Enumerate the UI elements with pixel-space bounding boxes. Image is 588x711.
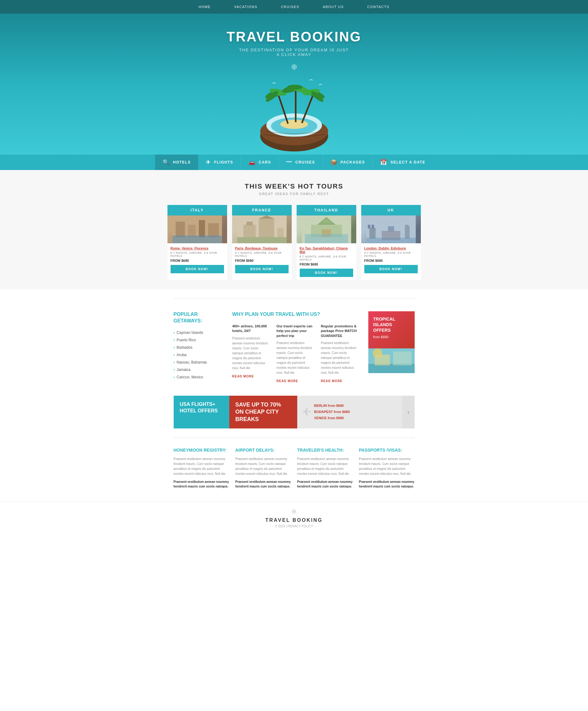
promo-usa[interactable]: USA FLIGHTS+ HOTEL OFFERS bbox=[174, 396, 229, 428]
hero-section: TRAVEL BOOKING THE DESTINATION OF YOUR D… bbox=[0, 14, 588, 155]
why-heading-2: Our travel experts can help you plan you… bbox=[276, 324, 315, 338]
hot-tours-title: THIS WEEK'S HOT TOURS bbox=[6, 182, 582, 190]
why-heading-3: Regular promotions & package Price MATCH… bbox=[321, 324, 359, 338]
flight-city-berlin: BERLIN from $680 bbox=[314, 404, 344, 407]
hotels-tab[interactable]: 🔍 HOTELS bbox=[155, 155, 198, 170]
cruises-tab[interactable]: 〰 CRUISES bbox=[279, 155, 322, 170]
info-title-airport: AIRPORT DELAYS: bbox=[235, 447, 291, 453]
svg-point-4 bbox=[280, 120, 308, 129]
tropical-section: TROPICAL ISLANDS OFFERS from $680 bbox=[368, 311, 415, 383]
why-plan-title: WHY PLAN YOUR TRAVEL WITH US? bbox=[232, 311, 359, 318]
info-bold-honeymoon: Praesent vestibulum aenean noummy hendre… bbox=[174, 479, 229, 489]
booking-bar: 🔍 HOTELS ✈ FLIGHTS 🚗 CARS 〰 CRUISES 📦 PA… bbox=[0, 155, 588, 170]
tropical-banner[interactable]: TROPICAL ISLANDS OFFERS from $680 bbox=[368, 311, 415, 348]
tour-price-uk: FROM $680 bbox=[364, 259, 418, 262]
why-heading-1: 400+ airlines, 100,000 hotels, 24/7 bbox=[232, 324, 270, 333]
tour-city-italy: Rome, Venice, Florence bbox=[171, 246, 224, 250]
list-item-barbados[interactable]: Barbados bbox=[174, 344, 223, 351]
flight-cities: BERLIN from $680 BUDAPEST from $680 VENI… bbox=[314, 403, 350, 421]
promo-save[interactable]: SAVE UP TO 70% ON CHEAP CITY BREAKS bbox=[229, 396, 297, 428]
flight-city-budapest: BUDAPEST from $680 bbox=[314, 410, 350, 414]
svg-rect-20 bbox=[199, 220, 205, 237]
info-airport: AIRPORT DELAYS: Praesent vestibulum aene… bbox=[235, 447, 291, 489]
footer-sub: © 2014 | PRIVACY POLICY bbox=[6, 524, 582, 528]
tour-image-thailand bbox=[297, 215, 356, 243]
plane-icon: ✈ bbox=[206, 159, 211, 166]
bottom-info-section: HONEYMOON REGISTRY: Praesent vestibulum … bbox=[167, 447, 421, 489]
tour-country-france: FRANCE bbox=[232, 205, 292, 215]
read-more-1[interactable]: READ MORE bbox=[232, 375, 254, 378]
list-item-nassau[interactable]: Nassau, Bahamas bbox=[174, 359, 223, 366]
svg-rect-39 bbox=[371, 225, 374, 229]
why-cols: 400+ airlines, 100,000 hotels, 24/7 Prae… bbox=[232, 324, 359, 383]
tropical-price: from $680 bbox=[373, 335, 410, 339]
list-item-aruba[interactable]: Aruba bbox=[174, 351, 223, 359]
footer-logo: TRAVEL BOOKING bbox=[6, 517, 582, 523]
search-icon: 🔍 bbox=[162, 159, 170, 166]
info-honeymoon: HONEYMOON REGISTRY: Praesent vestibulum … bbox=[174, 447, 229, 489]
date-tab[interactable]: 📅 SELECT A DATE bbox=[372, 155, 433, 170]
read-more-3[interactable]: READ MORE bbox=[321, 379, 342, 383]
date-label: SELECT A DATE bbox=[390, 160, 426, 165]
info-bold-passports: Praesent vestibulum aenean noummy hendre… bbox=[359, 479, 415, 489]
cars-tab[interactable]: 🚗 CARS bbox=[241, 155, 279, 170]
book-button-thailand[interactable]: BOOK NOW! bbox=[300, 268, 353, 277]
tropical-image bbox=[368, 348, 415, 373]
tour-nights-italy: 6-7 NIGHTS, AIRFARE, 3-5 STAR HOTELS bbox=[171, 251, 224, 258]
list-item-cancun[interactable]: Cancun, Mexico bbox=[174, 373, 223, 381]
promo-usa-title: USA FLIGHTS+ HOTEL OFFERS bbox=[180, 401, 223, 414]
tour-image-france bbox=[232, 215, 292, 243]
popular-title: POPULAR GETAWAYS: bbox=[174, 311, 223, 324]
tour-image-uk bbox=[361, 215, 421, 243]
promo-section: USA FLIGHTS+ HOTEL OFFERS SAVE UP TO 70%… bbox=[167, 396, 421, 428]
info-title-health: TRAVELER'S HEALTH: bbox=[297, 447, 353, 453]
info-title-passports: PASSPORTS /VISAS: bbox=[359, 447, 415, 453]
hot-tours-subtitle: GREAT IDEAS FOR FAMILY REST bbox=[6, 192, 582, 196]
nav-contacts[interactable]: CONTACTS bbox=[356, 0, 401, 14]
why-body-2: Praesent vestibulum aenean noummy tincid… bbox=[276, 341, 315, 375]
section-divider-1 bbox=[174, 299, 415, 299]
svg-rect-43 bbox=[408, 223, 409, 226]
cruises-label: CRUISES bbox=[295, 160, 315, 165]
svg-rect-21 bbox=[208, 223, 219, 237]
flights-tab[interactable]: ✈ FLIGHTS bbox=[198, 155, 241, 170]
book-button-italy[interactable]: BOOK NOW! bbox=[171, 265, 224, 273]
nav-cruises[interactable]: CRUISES bbox=[269, 0, 311, 14]
read-more-2[interactable]: READ MORE bbox=[276, 379, 298, 383]
why-body-1: Praesent vestibulum aenean noummy tincid… bbox=[232, 336, 270, 371]
tour-card-uk: UK London, Dublin, Edinburg 6-7 NIGHTS, … bbox=[361, 205, 421, 280]
tour-image-italy bbox=[167, 215, 227, 243]
svg-rect-41 bbox=[388, 226, 394, 232]
tour-nights-france: 6-7 NIGHTS, AIRFARE, 3-6 STAR HOTELS bbox=[235, 251, 289, 258]
hero-subtitle: THE DESTINATION OF YOUR DREAM IS JUST A … bbox=[6, 48, 582, 57]
tour-info-italy: Rome, Venice, Florence 6-7 NIGHTS, AIRFA… bbox=[167, 243, 227, 276]
nav-home[interactable]: HOME bbox=[187, 0, 223, 14]
book-button-france[interactable]: BOOK NOW! bbox=[235, 265, 289, 273]
list-item-jamaica[interactable]: Jamaica bbox=[174, 366, 223, 373]
package-icon: 📦 bbox=[330, 159, 338, 166]
hotels-label: HOTELS bbox=[173, 160, 191, 165]
info-title-honeymoon: HONEYMOON REGISTRY: bbox=[174, 447, 229, 453]
svg-rect-29 bbox=[237, 237, 287, 243]
list-item-cayman[interactable]: Cayman Islands bbox=[174, 329, 223, 336]
calendar-icon: 📅 bbox=[380, 159, 387, 166]
cars-label: CARS bbox=[258, 160, 271, 165]
svg-rect-22 bbox=[173, 236, 222, 243]
tour-info-thailand: Ko Tao, Sangkhlaburi, Chiang Mai 6-7 NIG… bbox=[297, 243, 356, 280]
info-passports: PASSPORTS /VISAS: Praesent vestibulum ae… bbox=[359, 447, 415, 489]
next-arrow[interactable]: › bbox=[402, 396, 415, 428]
svg-rect-35 bbox=[305, 234, 348, 243]
promo-save-title: SAVE UP TO 70% ON CHEAP CITY BREAKS bbox=[235, 401, 291, 423]
book-button-uk[interactable]: BOOK NOW! bbox=[364, 265, 418, 273]
list-item-puerto-rico[interactable]: Puerto Rico bbox=[174, 336, 223, 344]
info-body-airport: Praesent vestibulum aenean noummy tincid… bbox=[235, 457, 291, 476]
flights-label: FLIGHTS bbox=[214, 160, 233, 165]
nav-about[interactable]: ABOUT US bbox=[311, 0, 356, 14]
svg-rect-42 bbox=[405, 225, 409, 239]
footer-globe-icon: ⊕ bbox=[6, 508, 582, 515]
section-divider-2 bbox=[174, 438, 415, 438]
nav-vacations[interactable]: VACATIONS bbox=[223, 0, 269, 14]
tour-price-thailand: FROM $680 bbox=[300, 262, 353, 266]
packages-tab[interactable]: 📦 PACKAGES bbox=[323, 155, 373, 170]
info-bold-airport: Praesent vestibulum aenean noummy hendre… bbox=[235, 479, 291, 489]
